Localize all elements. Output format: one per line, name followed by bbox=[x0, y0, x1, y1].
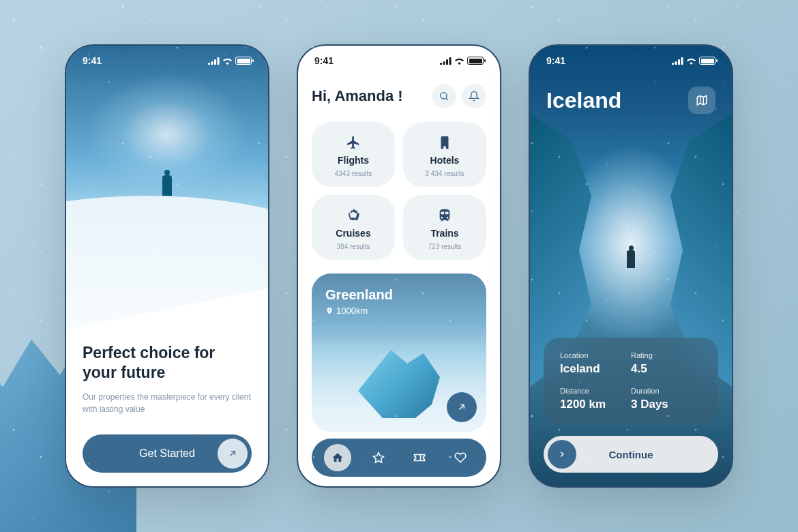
svg-rect-1 bbox=[211, 61, 213, 65]
category-label: Hotels bbox=[430, 155, 460, 166]
ticket-icon bbox=[413, 452, 426, 464]
status-icons bbox=[672, 57, 715, 65]
category-label: Flights bbox=[338, 155, 369, 166]
nav-favorites[interactable] bbox=[365, 444, 392, 471]
battery-icon bbox=[699, 57, 715, 65]
continue-button[interactable]: Continue bbox=[544, 436, 718, 473]
distance-label: Distance bbox=[560, 387, 631, 395]
category-label: Trains bbox=[430, 228, 458, 239]
destination-name: Greenland bbox=[325, 287, 393, 303]
category-hotels[interactable]: Hotels 3 434 results bbox=[403, 122, 486, 187]
battery-icon bbox=[235, 57, 252, 65]
train-icon bbox=[437, 207, 453, 224]
category-grid: Flights 4343 results Hotels 3 434 result… bbox=[312, 122, 486, 260]
category-results: 4343 results bbox=[335, 170, 372, 177]
svg-rect-10 bbox=[675, 61, 677, 65]
home-header: Hi, Amanda ! bbox=[312, 84, 486, 108]
category-label: Cruises bbox=[336, 228, 370, 239]
ship-icon bbox=[345, 207, 361, 224]
nav-tickets[interactable] bbox=[406, 444, 433, 471]
signal-icon bbox=[208, 57, 220, 65]
category-flights[interactable]: Flights 4343 results bbox=[312, 122, 395, 187]
pin-icon bbox=[325, 307, 334, 315]
status-bar: 9:41 bbox=[66, 46, 268, 76]
svg-rect-4 bbox=[440, 63, 442, 65]
category-results: 723 results bbox=[428, 243, 462, 250]
category-results: 3 434 results bbox=[425, 170, 464, 177]
svg-rect-7 bbox=[449, 57, 452, 65]
category-trains[interactable]: Trains 723 results bbox=[403, 195, 486, 260]
search-button[interactable] bbox=[432, 84, 456, 108]
greeting: Hi, Amanda ! bbox=[312, 87, 403, 105]
bottom-nav bbox=[312, 439, 486, 477]
rating-label: Rating bbox=[631, 351, 702, 359]
wifi-icon bbox=[686, 57, 696, 65]
svg-point-8 bbox=[441, 93, 447, 99]
hero-image bbox=[66, 46, 268, 332]
nav-home[interactable] bbox=[324, 444, 351, 471]
star-icon bbox=[372, 452, 385, 464]
wifi-icon bbox=[454, 57, 464, 65]
signal-icon bbox=[440, 57, 452, 65]
map-icon bbox=[696, 94, 708, 106]
svg-rect-5 bbox=[443, 61, 445, 65]
chevron-right-icon bbox=[548, 440, 576, 469]
duration-value: 3 Days bbox=[631, 398, 702, 411]
info-panel: Location Iceland Rating 4.5 Distance 120… bbox=[544, 338, 718, 425]
home-icon bbox=[331, 452, 344, 464]
search-icon bbox=[439, 91, 449, 102]
category-results: 384 results bbox=[337, 243, 370, 250]
wifi-icon bbox=[222, 57, 233, 65]
nav-saved[interactable] bbox=[447, 444, 474, 471]
status-time: 9:41 bbox=[83, 55, 102, 66]
cta-label: Get Started bbox=[139, 447, 195, 460]
status-bar: 9:41 bbox=[530, 46, 732, 76]
rating-value: 4.5 bbox=[631, 362, 702, 376]
status-icons bbox=[440, 57, 484, 65]
destination-distance: 1000km bbox=[325, 306, 393, 316]
arrow-icon bbox=[456, 402, 467, 413]
distance-value: 1200 km bbox=[560, 398, 631, 411]
arrow-icon bbox=[218, 439, 248, 469]
get-started-button[interactable]: Get Started bbox=[83, 434, 252, 473]
duration-label: Duration bbox=[631, 387, 702, 395]
building-icon bbox=[437, 134, 453, 151]
onboarding-screen: 9:41 Perfect choice for your future Our … bbox=[65, 44, 269, 488]
home-screen: 9:41 Hi, Amanda ! Flights 4343 results bbox=[297, 44, 501, 488]
status-icons bbox=[208, 57, 252, 65]
category-cruises[interactable]: Cruises 384 results bbox=[312, 195, 395, 260]
battery-icon bbox=[467, 57, 484, 65]
status-time: 9:41 bbox=[546, 55, 565, 66]
svg-rect-2 bbox=[214, 59, 216, 65]
location-value: Iceland bbox=[560, 362, 631, 376]
map-button[interactable] bbox=[688, 87, 715, 114]
svg-rect-6 bbox=[446, 59, 448, 65]
go-button[interactable] bbox=[447, 392, 477, 422]
plane-icon bbox=[345, 134, 361, 151]
onboarding-title: Perfect choice for your future bbox=[83, 343, 252, 383]
detail-screen: 9:41 Iceland Location Iceland Rating 4.5… bbox=[529, 44, 733, 488]
svg-rect-11 bbox=[678, 59, 680, 65]
svg-rect-0 bbox=[208, 63, 210, 65]
svg-rect-9 bbox=[672, 63, 674, 65]
notifications-button[interactable] bbox=[462, 84, 486, 108]
featured-destination[interactable]: Greenland 1000km bbox=[312, 274, 486, 432]
signal-icon bbox=[672, 57, 683, 65]
svg-rect-12 bbox=[681, 57, 683, 65]
bell-icon bbox=[469, 91, 479, 102]
status-time: 9:41 bbox=[314, 55, 334, 66]
destination-title: Iceland bbox=[546, 88, 621, 113]
location-label: Location bbox=[560, 351, 631, 359]
svg-rect-3 bbox=[218, 57, 220, 65]
status-bar: 9:41 bbox=[298, 46, 500, 76]
onboarding-subtitle: Our properties the masterpiece for every… bbox=[83, 391, 252, 415]
heart-icon bbox=[454, 452, 467, 464]
continue-label: Continue bbox=[609, 449, 653, 460]
